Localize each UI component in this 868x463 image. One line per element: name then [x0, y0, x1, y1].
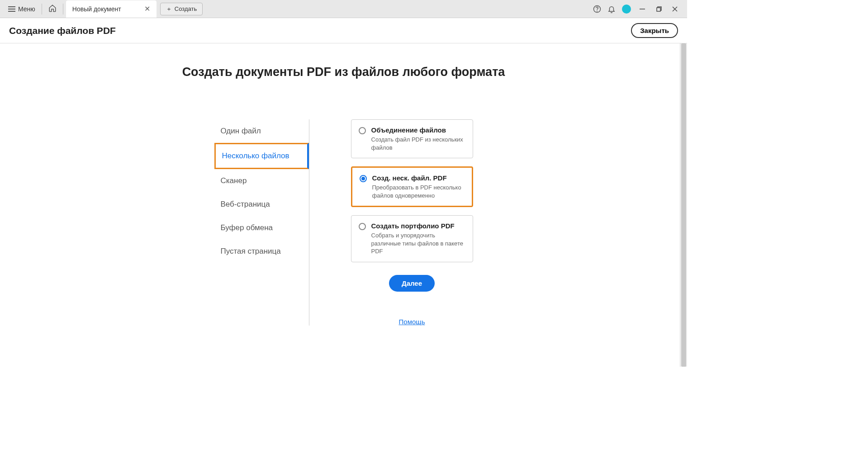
sidebar-item-scanner[interactable]: Сканер: [214, 169, 309, 193]
next-button[interactable]: Далее: [389, 275, 435, 292]
option-desc: Преобразовать в PDF несколько файлов одн…: [372, 184, 465, 199]
option-title: Объединение файлов: [371, 126, 465, 134]
avatar[interactable]: [622, 5, 631, 14]
subheader: Создание файлов PDF Закрыть: [0, 18, 687, 43]
titlebar-right: [593, 4, 683, 14]
svg-point-1: [597, 11, 598, 11]
tab-title: Новый документ: [72, 5, 121, 13]
source-sidebar: Один файл Несколько файлов Сканер Веб-ст…: [214, 119, 309, 326]
radio-icon: [360, 175, 367, 182]
option-combine-files[interactable]: Объединение файлов Создать файл PDF из н…: [351, 119, 473, 158]
scrollbar[interactable]: [680, 43, 687, 367]
window-close-icon[interactable]: [670, 4, 680, 14]
scrollbar-thumb[interactable]: [681, 43, 686, 367]
option-desc: Создать файл PDF из нескольких файлов: [371, 136, 465, 151]
sidebar-item-multiple-files[interactable]: Несколько файлов: [214, 143, 309, 169]
create-button[interactable]: ＋ Создать: [160, 3, 203, 15]
option-create-multiple-pdf[interactable]: Созд. неск. файл. PDF Преобразовать в PD…: [351, 166, 473, 207]
hamburger-icon: [8, 6, 15, 12]
radio-icon: [359, 223, 366, 230]
sidebar-item-single-file[interactable]: Один файл: [214, 119, 309, 143]
titlebar: Меню Новый документ ✕ ＋ Создать: [0, 0, 687, 18]
window-minimize-icon[interactable]: [637, 4, 647, 14]
option-create-portfolio[interactable]: Создать портфолио PDF Собрать и упорядоч…: [351, 215, 473, 262]
sidebar-item-webpage[interactable]: Веб-страница: [214, 193, 309, 216]
main-content: Создать документы PDF из файлов любого ф…: [0, 43, 687, 326]
option-desc: Собрать и упорядочить различные типы фай…: [371, 232, 465, 255]
bell-icon[interactable]: [607, 5, 616, 13]
menu-label: Меню: [18, 5, 35, 13]
radio-icon: [359, 127, 366, 134]
main-heading: Создать документы PDF из файлов любого ф…: [0, 65, 687, 79]
window-restore-icon[interactable]: [654, 4, 664, 14]
separator: [42, 4, 42, 14]
menu-button[interactable]: Меню: [4, 3, 40, 15]
plus-icon: ＋: [166, 5, 172, 13]
svg-rect-3: [657, 8, 660, 11]
help-icon[interactable]: [593, 5, 601, 13]
separator: [63, 4, 63, 14]
options-column: Объединение файлов Создать файл PDF из н…: [351, 119, 473, 326]
sidebar-item-blank-page[interactable]: Пустая страница: [214, 240, 309, 263]
home-icon: [48, 6, 57, 14]
option-title: Созд. неск. файл. PDF: [372, 174, 465, 182]
option-title: Создать портфолио PDF: [371, 222, 465, 230]
page-title: Создание файлов PDF: [9, 25, 116, 36]
tab-close-icon[interactable]: ✕: [144, 5, 150, 13]
document-tab[interactable]: Новый документ ✕: [66, 0, 157, 18]
create-label: Создать: [175, 5, 197, 12]
close-button[interactable]: Закрыть: [631, 23, 678, 38]
help-link[interactable]: Помощь: [399, 318, 425, 326]
sidebar-item-clipboard[interactable]: Буфер обмена: [214, 216, 309, 240]
home-button[interactable]: [44, 1, 61, 17]
